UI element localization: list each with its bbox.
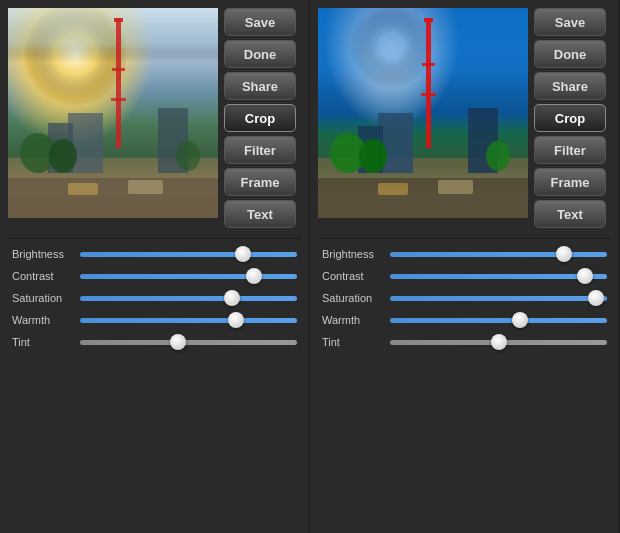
right-tint-slider[interactable] xyxy=(390,335,607,349)
svg-rect-15 xyxy=(128,180,163,194)
right-tint-label: Tint xyxy=(322,336,390,348)
right-warmth-label: Warmth xyxy=(322,314,390,326)
svg-point-11 xyxy=(49,139,77,173)
right-saturation-thumb[interactable] xyxy=(588,290,604,306)
right-saturation-row: Saturation xyxy=(322,291,607,305)
right-contrast-track xyxy=(390,274,607,279)
left-saturation-slider[interactable] xyxy=(80,291,297,305)
left-saturation-thumb[interactable] xyxy=(224,290,240,306)
left-brightness-track xyxy=(80,252,297,257)
left-brightness-slider[interactable] xyxy=(80,247,297,261)
left-image xyxy=(8,8,218,218)
right-tint-row: Tint xyxy=(322,335,607,349)
left-contrast-slider[interactable] xyxy=(80,269,297,283)
right-contrast-thumb[interactable] xyxy=(577,268,593,284)
left-saturation-label: Saturation xyxy=(12,292,80,304)
svg-rect-20 xyxy=(426,18,431,148)
left-tint-label: Tint xyxy=(12,336,80,348)
svg-point-28 xyxy=(359,139,387,173)
left-image-container xyxy=(8,8,218,218)
left-brightness-thumb[interactable] xyxy=(235,246,251,262)
left-top-section: Save Done Share Crop Filter Frame Text xyxy=(8,8,301,228)
right-image-container xyxy=(318,8,528,218)
left-buttons-column: Save Done Share Crop Filter Frame Text xyxy=(224,8,301,228)
left-saturation-row: Saturation xyxy=(12,291,297,305)
left-frame-button[interactable]: Frame xyxy=(224,168,296,196)
svg-rect-14 xyxy=(68,183,98,195)
svg-rect-3 xyxy=(116,18,121,148)
left-scene-svg xyxy=(8,8,218,218)
right-saturation-label: Saturation xyxy=(322,292,390,304)
right-brightness-label: Brightness xyxy=(322,248,390,260)
right-crop-button[interactable]: Crop xyxy=(534,104,606,132)
left-text-button[interactable]: Text xyxy=(224,200,296,228)
right-warmth-thumb[interactable] xyxy=(512,312,528,328)
svg-rect-30 xyxy=(318,178,528,218)
svg-rect-5 xyxy=(112,68,125,71)
right-save-button[interactable]: Save xyxy=(534,8,606,36)
right-warmth-track xyxy=(390,318,607,323)
svg-rect-1 xyxy=(8,8,218,98)
right-filter-button[interactable]: Filter xyxy=(534,136,606,164)
right-saturation-track xyxy=(390,296,607,301)
svg-rect-31 xyxy=(378,183,408,195)
left-warmth-label: Warmth xyxy=(12,314,80,326)
right-warmth-slider[interactable] xyxy=(390,313,607,327)
left-contrast-track xyxy=(80,274,297,279)
left-saturation-track xyxy=(80,296,297,301)
left-contrast-row: Contrast xyxy=(12,269,297,283)
left-tint-slider[interactable] xyxy=(80,335,297,349)
svg-rect-4 xyxy=(114,18,123,22)
left-warmth-row: Warmth xyxy=(12,313,297,327)
right-buttons-column: Save Done Share Crop Filter Frame Text xyxy=(534,8,611,228)
svg-point-29 xyxy=(486,141,510,171)
right-divider xyxy=(318,238,611,239)
right-tint-thumb[interactable] xyxy=(491,334,507,350)
right-warmth-row: Warmth xyxy=(322,313,607,327)
left-filter-button[interactable]: Filter xyxy=(224,136,296,164)
right-brightness-row: Brightness xyxy=(322,247,607,261)
left-save-button[interactable]: Save xyxy=(224,8,296,36)
svg-rect-23 xyxy=(421,93,436,96)
right-contrast-label: Contrast xyxy=(322,270,390,282)
right-saturation-slider[interactable] xyxy=(390,291,607,305)
right-brightness-slider[interactable] xyxy=(390,247,607,261)
right-image xyxy=(318,8,528,218)
right-brightness-thumb[interactable] xyxy=(556,246,572,262)
right-done-button[interactable]: Done xyxy=(534,40,606,68)
left-done-button[interactable]: Done xyxy=(224,40,296,68)
left-crop-button[interactable]: Crop xyxy=(224,104,296,132)
right-scene-svg xyxy=(318,8,528,218)
svg-rect-13 xyxy=(8,178,218,218)
svg-point-12 xyxy=(176,141,200,171)
left-tint-track xyxy=(80,340,297,345)
left-brightness-row: Brightness xyxy=(12,247,297,261)
svg-rect-22 xyxy=(422,63,435,66)
left-warmth-track xyxy=(80,318,297,323)
left-sliders: Brightness Contrast Saturation Warmth xyxy=(8,247,301,357)
left-contrast-thumb[interactable] xyxy=(246,268,262,284)
right-text-button[interactable]: Text xyxy=(534,200,606,228)
left-divider xyxy=(8,238,301,239)
right-share-button[interactable]: Share xyxy=(534,72,606,100)
svg-rect-32 xyxy=(438,180,473,194)
left-brightness-label: Brightness xyxy=(12,248,80,260)
left-warmth-slider[interactable] xyxy=(80,313,297,327)
svg-rect-6 xyxy=(111,98,126,101)
left-tint-row: Tint xyxy=(12,335,297,349)
right-top-section: Save Done Share Crop Filter Frame Text xyxy=(318,8,611,228)
right-frame-button[interactable]: Frame xyxy=(534,168,606,196)
left-contrast-label: Contrast xyxy=(12,270,80,282)
svg-rect-21 xyxy=(424,18,433,22)
right-panel: Save Done Share Crop Filter Frame Text B… xyxy=(310,0,620,533)
right-sliders: Brightness Contrast Saturation Warmth xyxy=(318,247,611,357)
left-panel: Save Done Share Crop Filter Frame Text B… xyxy=(0,0,310,533)
right-brightness-track xyxy=(390,252,607,257)
left-warmth-thumb[interactable] xyxy=(228,312,244,328)
right-contrast-slider[interactable] xyxy=(390,269,607,283)
right-contrast-row: Contrast xyxy=(322,269,607,283)
left-tint-thumb[interactable] xyxy=(170,334,186,350)
left-share-button[interactable]: Share xyxy=(224,72,296,100)
